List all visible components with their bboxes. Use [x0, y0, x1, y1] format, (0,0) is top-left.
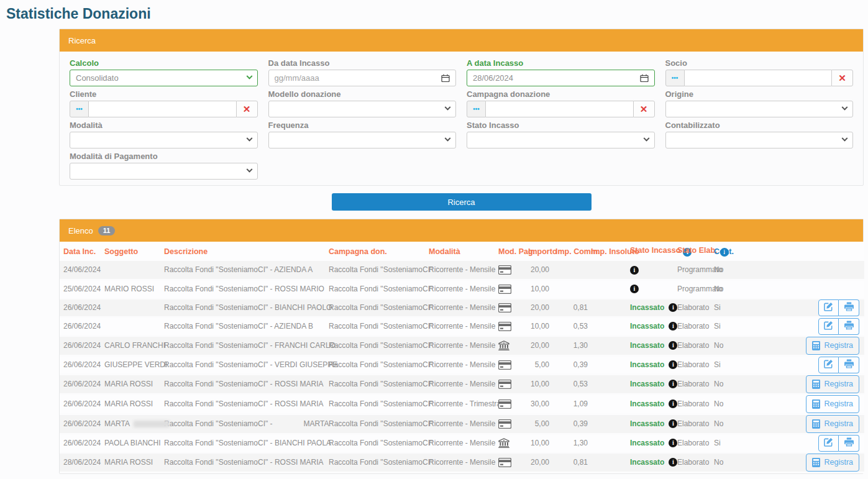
- cliente-clear-button[interactable]: ✕: [236, 101, 258, 117]
- print-button[interactable]: [839, 299, 859, 316]
- search-button[interactable]: Ricerca: [332, 193, 592, 211]
- edit-button[interactable]: [818, 299, 839, 316]
- chevron-down-icon: [445, 135, 451, 142]
- cell-modalita: Ricorrente - Mensile: [427, 374, 497, 394]
- cell-mod-pag: [497, 355, 527, 374]
- print-button[interactable]: [839, 357, 859, 373]
- info-icon[interactable]: i: [630, 266, 639, 275]
- cell-cont: Si: [713, 317, 738, 335]
- a-data-incasso-input[interactable]: 28/06/2024: [467, 70, 655, 86]
- campagna-clear-button[interactable]: ✕: [633, 101, 655, 117]
- edit-button[interactable]: [818, 435, 839, 452]
- info-icon[interactable]: i: [669, 380, 677, 388]
- edit-button[interactable]: [818, 318, 839, 335]
- print-button[interactable]: [839, 435, 859, 452]
- origine-select[interactable]: [665, 101, 854, 117]
- field-origine: Origine: [665, 89, 854, 117]
- cell-descrizione: Raccolta Fondi "SosteniamoCI" - BIANCHI …: [163, 434, 327, 452]
- frequenza-select[interactable]: [268, 132, 457, 148]
- column-header-data_inc: Data Inc.: [60, 242, 103, 261]
- print-button[interactable]: [839, 318, 859, 335]
- search-form: Calcolo Consolidato Da data Incasso gg/m…: [60, 52, 863, 185]
- stato-incasso-label: Stato Incasso: [467, 121, 655, 130]
- socio-clear-button[interactable]: ✕: [831, 70, 853, 86]
- field-frequenza: Frequenza: [268, 121, 457, 148]
- chevron-down-icon: [445, 104, 451, 111]
- contabilizzato-select[interactable]: [665, 132, 854, 148]
- calcolo-select[interactable]: Consolidato: [70, 70, 258, 86]
- registra-button[interactable]: Registra: [806, 337, 859, 355]
- registra-button[interactable]: Registra: [806, 395, 859, 413]
- cell-stato-elab: Elaborato: [676, 317, 713, 335]
- cell-data-incasso: 26/06/2024: [60, 394, 103, 414]
- column-header-imp_comm: Imp. Comm.: [554, 242, 590, 261]
- socio-lookup-button[interactable]: •••: [665, 70, 685, 86]
- cell-stato-incasso: Incassatoi: [629, 394, 676, 414]
- cell-modalita: Ricorrente - Mensile: [427, 452, 497, 472]
- column-header-descrizione: Descrizione: [163, 242, 327, 261]
- cell-cont: No: [713, 374, 738, 394]
- cell-mod-pag: [497, 434, 527, 452]
- cell-mod-pag: [497, 280, 527, 298]
- cell-actions: Registra: [738, 374, 864, 394]
- info-icon[interactable]: i: [669, 439, 677, 447]
- cell-campagna: Raccolta Fondi "SosteniamoCI": [327, 261, 427, 280]
- info-icon[interactable]: i: [630, 285, 639, 293]
- main-content: Ricerca Calcolo Consolidato Da data Inca…: [59, 29, 864, 474]
- info-icon[interactable]: i: [669, 458, 677, 467]
- cell-descrizione: Raccolta Fondi "SosteniamoCI" - BIANCHI …: [163, 298, 327, 317]
- cell-stato-elab: Elaborato: [676, 434, 713, 452]
- registra-button[interactable]: Registra: [806, 454, 859, 472]
- stato-incasso-value: Incassato: [630, 419, 664, 428]
- cell-stato-elab: Elaborato: [676, 355, 713, 374]
- cell-soggetto: MARTA: [103, 414, 163, 434]
- info-icon[interactable]: i: [669, 360, 677, 369]
- cell-cont: Si: [713, 298, 738, 317]
- credit-card-icon: [498, 399, 511, 409]
- edit-button[interactable]: [818, 357, 839, 373]
- cell-campagna: Raccolta Fondi "SosteniamoCI": [327, 374, 427, 394]
- column-header-importo: Importo: [527, 242, 554, 261]
- da-data-incasso-input[interactable]: gg/mm/aaaa: [268, 70, 457, 86]
- socio-input[interactable]: [685, 70, 832, 86]
- modalita-pagamento-select[interactable]: [70, 163, 258, 180]
- page-title: Statistiche Donazioni: [0, 0, 868, 22]
- field-modalita: Modalità: [70, 121, 258, 148]
- cell-mod-pag: [497, 452, 527, 472]
- campagna-lookup-button[interactable]: •••: [467, 101, 486, 117]
- cell-imp-insoluto: [590, 335, 629, 355]
- cell-stato-elab: Elaborato: [676, 298, 713, 317]
- cliente-input[interactable]: [89, 101, 236, 117]
- cell-descrizione: Raccolta Fondi "SosteniamoCI" - MARTA: [163, 414, 327, 434]
- cell-imp-insoluto: [590, 355, 629, 374]
- info-icon[interactable]: i: [669, 341, 677, 350]
- registra-button[interactable]: Registra: [806, 375, 859, 393]
- credit-card-icon: [498, 285, 511, 294]
- chevron-down-icon: [246, 135, 252, 142]
- cliente-lookup-button[interactable]: •••: [70, 101, 89, 117]
- cell-importo: 10,00: [527, 374, 554, 394]
- donations-table: Data Inc.SoggettoDescrizioneCampagna don…: [60, 242, 864, 473]
- credit-card-icon: [498, 419, 511, 429]
- cell-stato-elab: Elaborato: [676, 452, 713, 472]
- cell-actions: [738, 355, 864, 374]
- cell-campagna: Raccolta Fondi "SosteniamoCI": [327, 280, 427, 298]
- registra-button[interactable]: Registra: [806, 415, 859, 433]
- info-icon[interactable]: i: [669, 322, 677, 331]
- field-socio: Socio ••• ✕: [665, 58, 854, 86]
- stato-incasso-select[interactable]: [467, 132, 655, 148]
- info-icon[interactable]: i: [669, 399, 677, 408]
- modello-donazione-select[interactable]: [268, 101, 457, 117]
- cell-importo: 5,00: [527, 355, 554, 374]
- info-icon[interactable]: i: [669, 419, 677, 428]
- print-icon: [844, 359, 854, 370]
- cell-imp-comm: 0,53: [554, 317, 590, 335]
- stato-incasso-value: Incassato: [630, 439, 664, 447]
- info-icon[interactable]: i: [669, 303, 677, 312]
- modalita-select[interactable]: [70, 132, 258, 148]
- cell-importo: 10,00: [527, 317, 554, 335]
- edit-icon: [824, 321, 833, 332]
- column-header-imp_insoluto: Imp. Insoluto: [590, 242, 629, 261]
- campagna-donazione-label: Campagna donazione: [467, 89, 655, 99]
- campagna-input[interactable]: [486, 101, 633, 117]
